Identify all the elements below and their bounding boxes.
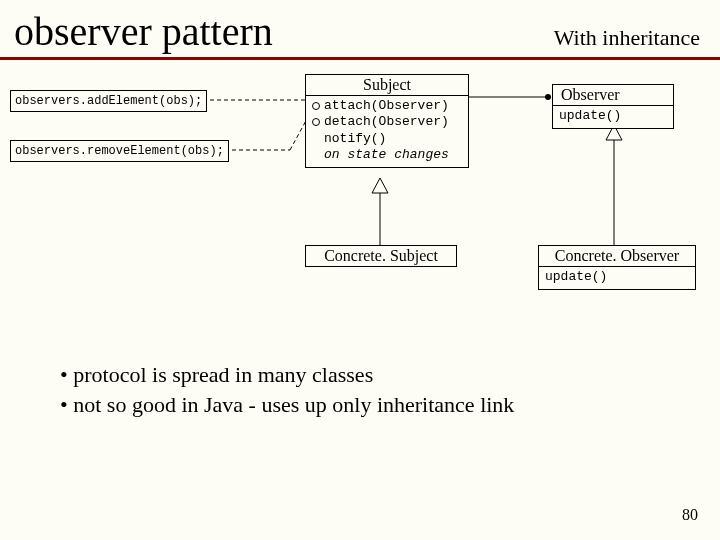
note-remove-text: observers.removeElement(obs); — [15, 144, 224, 158]
note-remove-element: observers.removeElement(obs); — [10, 140, 229, 162]
page-subtitle: With inheritance — [554, 25, 700, 51]
bullet-2: • not so good in Java - uses up only inh… — [60, 390, 720, 420]
page-number: 80 — [682, 506, 698, 524]
bullet-list: • protocol is spread in many classes • n… — [0, 360, 720, 419]
class-observer-body: update() — [553, 106, 673, 128]
svg-marker-6 — [372, 178, 388, 193]
op-observer-update: update() — [553, 108, 673, 124]
class-concrete-observer-body: update() — [539, 267, 695, 289]
class-concrete-observer: Concrete. Observer update() — [538, 245, 696, 290]
anchor-dot-icon — [312, 102, 320, 110]
class-observer-title: Observer — [553, 85, 673, 106]
class-concrete-subject: Concrete. Subject — [305, 245, 457, 267]
class-observer: Observer update() — [552, 84, 674, 129]
header-row: observer pattern With inheritance — [0, 0, 720, 55]
class-subject-title: Subject — [306, 75, 468, 96]
class-subject-body: attach(Observer) detach(Observer) notify… — [306, 96, 468, 167]
anchor-dot-icon — [312, 118, 320, 126]
op-onstate: on state changes — [306, 147, 468, 163]
op-detach: detach(Observer) — [306, 114, 468, 130]
class-concrete-subject-title: Concrete. Subject — [306, 246, 456, 266]
svg-point-4 — [545, 94, 551, 100]
note-add-text: observers.addElement(obs); — [15, 94, 202, 108]
class-concrete-observer-title: Concrete. Observer — [539, 246, 695, 267]
op-notify: notify() — [306, 131, 468, 147]
op-attach: attach(Observer) — [306, 98, 468, 114]
op-concrete-observer-update: update() — [539, 269, 695, 285]
bullet-1: • protocol is spread in many classes — [60, 360, 720, 390]
page-title: observer pattern — [14, 8, 273, 55]
class-subject: Subject attach(Observer) detach(Observer… — [305, 74, 469, 168]
note-add-element: observers.addElement(obs); — [10, 90, 207, 112]
uml-diagram: observers.addElement(obs); observers.rem… — [0, 60, 720, 360]
